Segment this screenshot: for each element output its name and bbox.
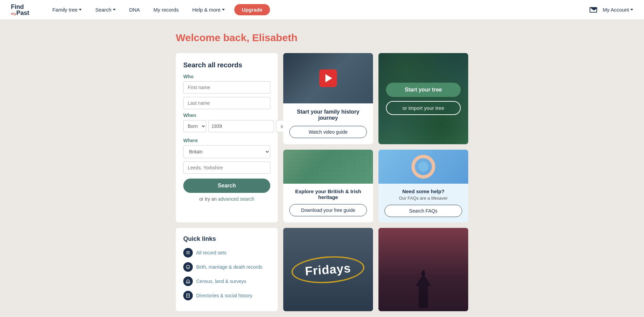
year-input[interactable] (208, 120, 274, 132)
logo-find-text: Find (11, 4, 29, 10)
country-select[interactable]: Britain (183, 145, 270, 158)
quicklink-bmd[interactable]: ✦ Birth, marriage & death records (183, 262, 270, 272)
nav-links: Family tree Search DNA My records Help &… (46, 0, 590, 20)
upgrade-button[interactable]: Upgrade (234, 4, 270, 15)
mail-icon[interactable] (590, 7, 597, 13)
help-thumbnail (378, 150, 468, 184)
nav-label-family-tree: Family tree (52, 7, 78, 13)
list-icon (183, 248, 193, 257)
help-card: Need some help? Our FAQs are a lifesaver… (378, 150, 468, 222)
lifebuoy-icon (411, 155, 435, 179)
fridays-card[interactable]: Fridays (283, 228, 373, 311)
svg-rect-0 (186, 251, 190, 252)
map-thumbnail (283, 150, 373, 184)
main-content: Welcome back, Elisabeth Search all recor… (169, 20, 475, 317)
first-name-input[interactable] (183, 81, 270, 94)
fridays-oval: Fridays (291, 256, 365, 283)
chevron-down-icon (79, 9, 82, 11)
svg-rect-2 (186, 254, 190, 254)
quicklink-all-records[interactable]: All record sets (183, 248, 270, 257)
map-card: Explore your British & Irish heritage Do… (283, 150, 373, 222)
video-title: Start your family history journey (289, 109, 367, 121)
search-button[interactable]: Search (183, 179, 270, 193)
when-row: Born ± 2yrs (183, 120, 270, 132)
last-name-input[interactable] (183, 97, 270, 109)
search-card: Search all records Who When Born ± 2yrs … (176, 53, 278, 222)
when-label: When (183, 113, 270, 118)
fridays-text: Fridays (305, 261, 352, 278)
quicklink-census-label: Census, land & surveys (196, 279, 246, 284)
search-card-title: Search all records (183, 61, 270, 69)
book-icon (183, 291, 193, 300)
help-title: Need some help? (402, 188, 444, 194)
quicklink-census[interactable]: Census, land & surveys (183, 277, 270, 286)
my-account-button[interactable]: My Account (603, 7, 633, 13)
oval-border: Fridays (291, 254, 366, 285)
logo-past-text: Past (16, 10, 29, 16)
nav-right: My Account (590, 7, 633, 13)
my-account-label: My Account (603, 7, 629, 13)
svg-rect-1 (186, 252, 190, 253)
advanced-search-link[interactable]: advanced search (218, 196, 254, 202)
church-card[interactable] (378, 228, 468, 311)
tree-card: Start your tree or import your tree (378, 53, 468, 144)
logo[interactable]: Find my Past (11, 4, 29, 16)
download-guide-button[interactable]: Download your free guide (289, 204, 367, 216)
svg-rect-12 (420, 296, 426, 308)
quicklink-directories[interactable]: Directories & social history (183, 291, 270, 300)
chevron-down-icon (222, 9, 225, 11)
nav-label-dna: DNA (129, 7, 140, 13)
nav-item-dna[interactable]: DNA (122, 0, 147, 20)
navbar: Find my Past Family tree Search DNA My r… (0, 0, 644, 20)
welcome-title: Welcome back, Elisabeth (176, 32, 468, 44)
church-silhouette-icon (410, 270, 437, 311)
certificate-icon: ✦ (183, 262, 193, 272)
chevron-down-icon (113, 9, 116, 11)
quicklinks-title: Quick links (183, 235, 270, 243)
or-try-text: or try an (199, 196, 218, 202)
location-input[interactable] (183, 162, 270, 174)
home-icon (183, 277, 193, 286)
quicklinks-card: Quick links All record sets ✦ Birth, mar… (176, 228, 278, 311)
nav-item-my-records[interactable]: My records (147, 0, 185, 20)
watch-video-button[interactable]: Watch video guide (289, 126, 367, 138)
play-button[interactable] (319, 69, 337, 87)
tree-background (378, 53, 468, 144)
svg-rect-11 (421, 273, 426, 274)
nav-label-my-records: My records (153, 7, 179, 13)
quicklink-all-records-label: All record sets (196, 250, 226, 255)
svg-rect-5 (187, 294, 190, 298)
nav-item-help[interactable]: Help & more (186, 0, 232, 20)
main-grid: Search all records Who When Born ± 2yrs … (176, 53, 468, 222)
video-body: Start your family history journey Watch … (283, 103, 373, 144)
who-label: Who (183, 74, 270, 79)
play-icon (325, 74, 332, 82)
bottom-grid: Quick links All record sets ✦ Birth, mar… (176, 228, 468, 311)
map-title: Explore your British & Irish heritage (289, 188, 367, 200)
video-card: Start your family history journey Watch … (283, 53, 373, 144)
nav-label-search: Search (95, 7, 112, 13)
map-body: Explore your British & Irish heritage Do… (283, 184, 373, 222)
search-faqs-button[interactable]: Search FAQs (385, 205, 462, 217)
help-body: Need some help? Our FAQs are a lifesaver… (378, 184, 468, 222)
quicklink-bmd-label: Birth, marriage & death records (196, 264, 262, 270)
where-label: Where (183, 138, 270, 143)
import-tree-button[interactable]: or import your tree (386, 101, 461, 115)
quicklink-directories-label: Directories & social history (196, 293, 252, 298)
logo-my-text: my (11, 12, 16, 16)
video-thumbnail[interactable] (283, 53, 373, 103)
help-subtitle: Our FAQs are a lifesaver (399, 196, 447, 201)
nav-label-help: Help & more (192, 7, 221, 13)
chevron-down-icon (630, 9, 633, 11)
advanced-search-link-text: or try an advanced search (183, 196, 270, 202)
born-select[interactable]: Born (183, 120, 206, 132)
svg-text:✦: ✦ (187, 266, 189, 269)
nav-item-family-tree[interactable]: Family tree (46, 0, 88, 20)
map-grid (283, 150, 373, 184)
start-tree-button[interactable]: Start your tree (386, 83, 461, 97)
nav-item-search[interactable]: Search (88, 0, 122, 20)
